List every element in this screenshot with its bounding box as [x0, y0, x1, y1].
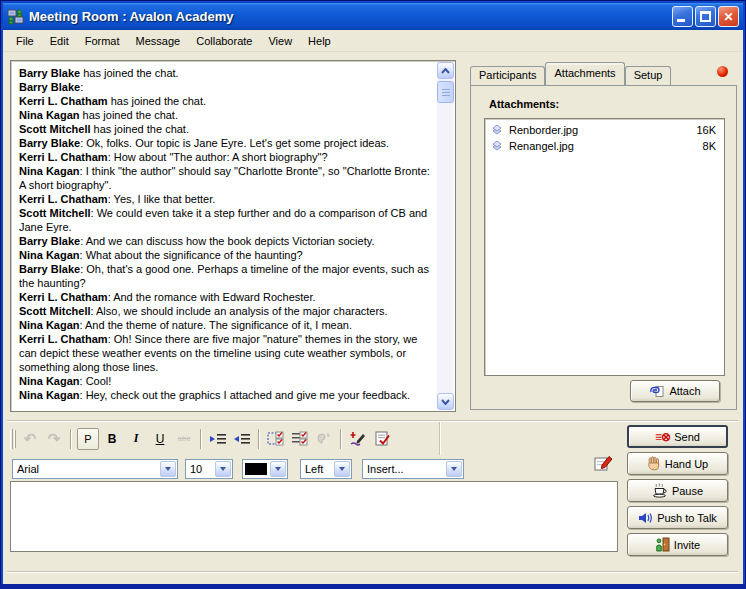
send-label: Send [674, 431, 700, 443]
chat-log[interactable]: Barry Blake has joined the chat. Barry B… [11, 61, 438, 411]
toolbar-separator [70, 429, 72, 449]
chevron-down-icon [441, 399, 450, 405]
spellcheck-button[interactable] [371, 428, 393, 450]
dropdown-arrow-icon[interactable] [270, 461, 286, 477]
attachments-list[interactable]: Renborder.jpg 16K Renangel.jpg 8K [484, 118, 725, 376]
push-to-talk-button[interactable]: Push to Talk [627, 506, 728, 529]
attachment-name: Renborder.jpg [509, 124, 578, 136]
chat-text: : Hey, check out the graphics I attached… [80, 389, 411, 401]
edit-message-button[interactable] [594, 455, 613, 474]
list-checked-button[interactable] [289, 428, 311, 450]
maximize-icon [700, 11, 711, 22]
chat-sender: Kerri L. Chatham [19, 95, 108, 107]
add-signature-button[interactable] [347, 428, 369, 450]
pause-button[interactable]: Pause [627, 479, 728, 502]
tab-participants-label: Participants [479, 69, 536, 81]
menu-item[interactable]: Format [77, 32, 128, 50]
tab-participants[interactable]: Participants [470, 66, 545, 85]
recording-status-dot [717, 66, 728, 77]
send-icon: ≡⊗ [655, 430, 670, 444]
dropdown-arrow-icon[interactable] [215, 461, 231, 477]
chat-sender: Kerri L. Chatham [19, 193, 108, 205]
menu-bar: FileEditFormatMessageCollaborateViewHelp [3, 30, 743, 52]
tab-setup[interactable]: Setup [625, 66, 672, 85]
attachment-item[interactable]: Renborder.jpg 16K [487, 122, 722, 138]
menu-item[interactable]: Edit [42, 32, 77, 50]
align-select[interactable]: Left [300, 459, 352, 479]
chat-text: has joined the chat. [108, 95, 206, 107]
dropdown-arrow-icon[interactable] [446, 461, 462, 477]
dropdown-arrow-icon[interactable] [334, 461, 350, 477]
attachment-item[interactable]: Renangel.jpg 8K [487, 138, 722, 154]
scroll-up-button[interactable] [437, 62, 454, 79]
menu-item[interactable]: File [8, 32, 42, 50]
chat-text: : Also, we should include an analysis of… [91, 305, 388, 317]
redo-icon: ↷ [48, 430, 61, 448]
indent-decrease-button[interactable] [231, 428, 253, 450]
chat-sender: Scott Mitchell [19, 207, 91, 219]
insert-select[interactable]: Insert... [362, 459, 464, 479]
menu-item[interactable]: View [260, 32, 300, 50]
attachments-panel: Attachments: Renborder.jpg 16K [470, 85, 737, 410]
chat-message: Nina Kagan: I think "the author" should … [19, 164, 434, 192]
strikethrough-button[interactable]: abc [173, 428, 195, 450]
chat-message: Nina Kagan: And the theme of nature. The… [19, 318, 434, 332]
tab-attachments[interactable]: Attachments [545, 62, 624, 85]
message-input[interactable] [11, 482, 617, 551]
invite-person-door-icon [655, 537, 670, 552]
list-checks-icon [291, 431, 309, 446]
indent-increase-button[interactable] [207, 428, 229, 450]
tab-setup-label: Setup [634, 69, 663, 81]
chat-message: Nina Kagan: What about the significance … [19, 248, 434, 262]
invite-label: Invite [674, 539, 700, 551]
font-color-select[interactable] [242, 459, 288, 479]
toolbar-separator [258, 429, 260, 449]
chat-sender: Kerri L. Chatham [19, 151, 108, 163]
select-checked-button[interactable] [265, 428, 287, 450]
plain-text-button[interactable]: P [77, 428, 99, 450]
send-button[interactable]: ≡⊗ Send [627, 425, 728, 448]
align-value: Left [305, 463, 333, 475]
italic-button[interactable]: I [125, 428, 147, 450]
title-bar[interactable]: Meeting Room : Avalon Academy ✕ [3, 3, 743, 30]
bold-button[interactable]: B [101, 428, 123, 450]
chat-message: Barry Blake: Ok, folks. Our topic is Jan… [19, 136, 434, 150]
hand-up-button[interactable]: Hand Up [627, 452, 728, 475]
chat-message: Kerri L. Chatham: And the romance with E… [19, 290, 434, 304]
chat-sender: Nina Kagan [19, 249, 80, 261]
font-size-select[interactable]: 10 [185, 459, 233, 479]
chat-sender: Barry Blake [19, 235, 80, 247]
close-button[interactable]: ✕ [718, 6, 739, 27]
whisper-button[interactable] [313, 428, 335, 450]
attach-button[interactable]: Attach [630, 380, 720, 402]
scroll-thumb[interactable] [437, 81, 454, 103]
chat-sender: Nina Kagan [19, 389, 80, 401]
redo-button[interactable]: ↷ [43, 428, 65, 450]
invite-button[interactable]: Invite [627, 533, 728, 556]
minimize-icon [677, 19, 685, 22]
chat-message: Nina Kagan: Hey, check out the graphics … [19, 388, 434, 402]
dropdown-arrow-icon[interactable] [160, 461, 176, 477]
toolbar-grip[interactable] [10, 429, 13, 449]
scroll-down-button[interactable] [437, 393, 454, 410]
indent-decrease-icon [233, 432, 251, 446]
chat-log-box: Barry Blake has joined the chat. Barry B… [10, 60, 456, 412]
paperclip-icon [649, 385, 665, 398]
chat-message: Kerri L. Chatham: Oh! Since there are fi… [19, 332, 434, 374]
speaker-icon [638, 512, 653, 524]
strikethrough-icon: abc [178, 434, 191, 443]
chat-scrollbar[interactable] [437, 62, 454, 410]
hand-up-label: Hand Up [665, 458, 708, 470]
font-family-select[interactable]: Arial [12, 459, 178, 479]
undo-button[interactable]: ↶ [19, 428, 41, 450]
whisper-icon [316, 431, 332, 446]
menu-item[interactable]: Message [128, 32, 189, 50]
menu-item[interactable]: Collaborate [188, 32, 260, 50]
underline-button[interactable]: U [149, 428, 171, 450]
push-to-talk-label: Push to Talk [657, 512, 717, 524]
chat-text: : And the romance with Edward Rochester. [108, 291, 316, 303]
menu-item[interactable]: Help [300, 32, 339, 50]
maximize-button[interactable] [695, 6, 716, 27]
attachments-heading: Attachments: [489, 98, 559, 110]
minimize-button[interactable] [672, 6, 693, 27]
